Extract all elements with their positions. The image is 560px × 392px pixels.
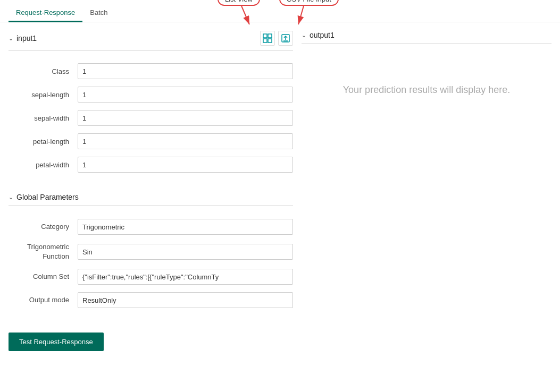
input-field-row-sepal-width: sepal-width — [9, 110, 293, 126]
global-label-column-set: Column Set — [9, 272, 78, 282]
output-chevron: ⌄ — [302, 32, 306, 39]
tab-request-response[interactable]: Request-Response — [9, 3, 82, 22]
global-field-category[interactable] — [78, 219, 293, 235]
prediction-placeholder: Your prediction results will display her… — [302, 84, 551, 96]
global-field-trig-function[interactable] — [78, 244, 293, 260]
global-params-header: ⌄ Global Parameters — [9, 193, 293, 201]
global-field-row-category: Category — [9, 219, 293, 235]
list-view-button[interactable] — [260, 31, 275, 46]
list-view-callout: List View — [218, 0, 260, 27]
input-label-sepal-width: sepal-width — [9, 114, 78, 122]
test-request-response-button[interactable]: Test Request-Response — [9, 333, 104, 351]
input-label-sepal-length: sepal-length — [9, 91, 78, 99]
csv-file-arrow — [293, 6, 325, 27]
output-header: ⌄ output1 — [302, 31, 551, 39]
global-label-trig-function: Trigonometric Function — [9, 242, 78, 261]
left-panel: ⌄ input1 List View — [9, 31, 293, 384]
csv-file-callout: CSV File Input — [272, 0, 346, 27]
input-section-header: ⌄ input1 List View — [9, 31, 293, 46]
global-params-fields: CategoryTrigonometric FunctionColumn Set… — [9, 219, 293, 316]
input-field-sepal-width[interactable] — [78, 110, 293, 126]
global-field-column-set[interactable] — [78, 269, 293, 285]
main-layout: ⌄ input1 List View — [0, 22, 560, 392]
right-panel: ⌄ output1 Your prediction results will d… — [302, 31, 551, 384]
global-field-output-mode[interactable] — [78, 292, 293, 308]
global-params-divider — [9, 206, 293, 206]
global-field-row-trig-function: Trigonometric Function — [9, 242, 293, 261]
csv-file-bubble: CSV File Input — [279, 0, 339, 6]
tab-batch[interactable]: Batch — [82, 3, 115, 22]
list-view-bubble: List View — [218, 0, 260, 6]
input-section-title: ⌄ input1 — [9, 34, 37, 42]
toolbar-area: List View — [260, 31, 293, 46]
input-field-row-petal-width: petal-width — [9, 157, 293, 173]
input-field-row-class: Class — [9, 63, 293, 79]
global-field-row-output-mode: Output mode — [9, 292, 293, 308]
input-divider — [9, 50, 293, 50]
csv-file-button[interactable] — [278, 31, 293, 46]
svg-line-1 — [241, 6, 249, 24]
global-field-row-column-set: Column Set — [9, 269, 293, 285]
input-field-petal-length[interactable] — [78, 133, 293, 149]
global-params-title: ⌄ Global Parameters — [9, 193, 79, 201]
input-label-petal-width: petal-width — [9, 161, 78, 169]
input-field-row-petal-length: petal-length — [9, 133, 293, 149]
input-field-row-sepal-length: sepal-length — [9, 87, 293, 103]
svg-rect-7 — [268, 39, 272, 42]
input-fields: Classsepal-lengthsepal-widthpetal-length… — [9, 63, 293, 180]
input-field-petal-width[interactable] — [78, 157, 293, 173]
input-label-class: Class — [9, 67, 78, 75]
input-chevron-icon: ⌄ — [9, 35, 13, 42]
input-field-class[interactable] — [78, 63, 293, 79]
global-label-category: Category — [9, 222, 78, 232]
global-params-chevron: ⌄ — [9, 194, 13, 201]
test-button-area: Test Request-Response — [9, 328, 293, 351]
list-view-arrow — [223, 6, 255, 27]
input-label-petal-length: petal-length — [9, 138, 78, 146]
output-section-title: ⌄ output1 — [302, 31, 335, 39]
svg-rect-4 — [263, 34, 267, 38]
global-label-output-mode: Output mode — [9, 295, 78, 305]
svg-rect-5 — [268, 34, 272, 38]
output-divider — [302, 44, 551, 44]
input-field-sepal-length[interactable] — [78, 87, 293, 103]
app-container: Request-Response Batch ⌄ input1 — [0, 0, 560, 392]
svg-line-3 — [298, 6, 304, 24]
svg-rect-6 — [263, 39, 267, 42]
